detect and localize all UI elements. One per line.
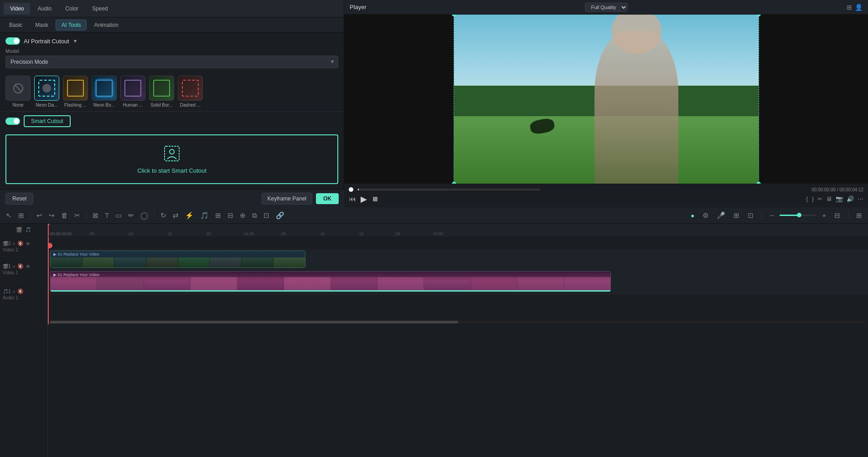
timeline-scrollbar-thumb[interactable] (50, 321, 458, 323)
video1-clip[interactable]: ▶ 01 Replace Your Video (50, 271, 611, 292)
transition-btn2[interactable]: ⊞ (731, 210, 742, 221)
resize-button[interactable]: ⊡ (261, 210, 272, 221)
bracket-right-icon[interactable]: } (812, 195, 814, 202)
bracket-left-icon[interactable]: { (806, 195, 808, 202)
subtitle-button[interactable]: ⊡ (745, 210, 756, 221)
duplicate-button[interactable]: ⊕ (238, 210, 248, 221)
speed-button[interactable]: ⚡ (183, 210, 196, 221)
crop-button[interactable]: ⊠ (90, 210, 101, 221)
svg-line-1 (15, 85, 21, 92)
zoom-slider[interactable] (780, 215, 816, 216)
track-labels: 🎬 🎵 🎬2 + 🔇 👁 Video 2 🎬1 (0, 224, 48, 457)
play-button[interactable]: ▶ (361, 194, 367, 204)
enable-icon[interactable]: ● (688, 211, 697, 221)
undo-button[interactable]: ↩ (34, 210, 45, 221)
redo-button[interactable]: ↪ (46, 210, 57, 221)
playhead-dot[interactable] (349, 187, 353, 192)
timeline-scrollbar-track[interactable] (50, 321, 866, 323)
track-video2[interactable]: ▶ 01 Replace Your Video (48, 249, 868, 270)
monitor-icon[interactable]: 🖥 (826, 195, 832, 202)
model-select[interactable]: Precision Mode Standard Mode (5, 56, 338, 68)
settings-tool[interactable]: ⚙ (700, 210, 711, 221)
rect-button[interactable]: ▭ (113, 210, 124, 221)
select-tool[interactable]: ↖ (4, 210, 14, 221)
audio1-num: 🎵1 (3, 289, 11, 294)
ruler-mark-6: :05 (280, 231, 286, 236)
tab-audio[interactable]: Audio (31, 3, 58, 15)
effect-none[interactable]: None (5, 76, 31, 108)
voice-button[interactable]: 🎤 (714, 210, 728, 221)
volume-icon[interactable]: 🔊 (847, 195, 854, 202)
tab-mask[interactable]: Mask (30, 20, 54, 30)
track-audio1[interactable] (48, 295, 868, 320)
reset-button[interactable]: Reset (5, 193, 33, 205)
audio-button[interactable]: 🎵 (198, 210, 211, 221)
smart-cutout-area[interactable]: Click to start Smart Cutout (5, 134, 338, 184)
fullscreen-icon[interactable]: ⊞ (847, 4, 852, 11)
video2-mute-icon[interactable]: 🔇 (17, 241, 24, 246)
tab-animation[interactable]: Animation (88, 20, 124, 30)
effect-flashing[interactable]: Flashing ... (63, 76, 88, 108)
tab-basic[interactable]: Basic (4, 20, 28, 30)
track-add-audio[interactable]: 🎵 (25, 227, 31, 233)
effect-dashed[interactable]: Dashed ... (178, 76, 203, 108)
delete-button[interactable]: 🗑 (59, 210, 70, 221)
spacer-track (48, 236, 868, 249)
ai-portrait-toggle[interactable] (5, 37, 20, 45)
stop-button[interactable]: ⏹ (372, 195, 379, 203)
tab-speed[interactable]: Speed (86, 3, 114, 15)
zoom-thumb[interactable] (797, 213, 801, 217)
effect-neon-dash[interactable]: Neon Da... (34, 76, 59, 108)
smart-cutout-toggle[interactable] (5, 118, 20, 125)
handle-bottom-right[interactable] (756, 182, 761, 184)
zoom-in-button[interactable]: + (820, 210, 828, 221)
settings-icon[interactable]: 👤 (855, 4, 863, 11)
text-button[interactable]: T (103, 210, 111, 221)
audio1-mute-icon[interactable]: 🔇 (17, 288, 24, 294)
tab-ai-tools[interactable]: AI Tools (56, 20, 87, 31)
cut-button[interactable]: ✂ (72, 210, 83, 221)
circle-button[interactable]: ◯ (138, 210, 150, 221)
effect-thumb-solid-border (149, 76, 174, 101)
keyframe-panel-button[interactable]: Keyframe Panel (262, 193, 312, 205)
split-button[interactable]: ⊟ (225, 210, 236, 221)
skip-back-button[interactable]: ⏮ (349, 195, 356, 203)
tab-video[interactable]: Video (4, 3, 30, 15)
group-button[interactable]: ⧉ (250, 210, 259, 221)
freehand-button[interactable]: ✏ (126, 210, 136, 221)
track-add-video[interactable]: 🎬 (16, 227, 22, 233)
audio1-add-icon[interactable]: + (13, 289, 16, 294)
grid-view-button[interactable]: ⊞ (854, 210, 864, 221)
zoom-out-button[interactable]: − (767, 210, 776, 221)
quality-select[interactable]: Full Quality 1/2 Quality 1/4 Quality (585, 3, 628, 12)
model-label: Model (5, 48, 338, 54)
seekbar[interactable] (358, 189, 540, 190)
effect-human[interactable]: Human ... (120, 76, 145, 108)
video2-label-text: Video 2 (3, 247, 45, 252)
flip-button[interactable]: ⇄ (170, 210, 181, 221)
multi-tool[interactable]: ⊞ (16, 210, 26, 221)
video2-add-icon[interactable]: + (13, 241, 16, 246)
effect-neon-border[interactable]: Neon Bo... (92, 76, 117, 108)
transition-button[interactable]: ⊞ (213, 210, 223, 221)
track-video1[interactable]: ▶ 01 Replace Your Video (48, 270, 868, 295)
effect-solid-border[interactable]: Solid Bor... (149, 76, 174, 108)
audio1-label-row: 🎵1 + 🔇 (3, 288, 45, 294)
rotate-button[interactable]: ↻ (158, 210, 169, 221)
video1-mute-icon[interactable]: 🔇 (17, 263, 24, 269)
video1-eye-icon[interactable]: 👁 (26, 264, 31, 269)
ok-button[interactable]: OK (316, 193, 339, 204)
handle-bottom-left[interactable] (452, 182, 456, 184)
video2-clip[interactable]: ▶ 01 Replace Your Video (50, 251, 305, 268)
tab-color[interactable]: Color (59, 3, 85, 15)
tracks-scroll-area[interactable]: 00:00:00:00 :05 :10 :15 :20 01:00 :05 :1… (48, 224, 868, 457)
video1-add-icon[interactable]: + (13, 264, 16, 269)
smart-cutout-button[interactable]: Smart Cutout (24, 115, 71, 127)
more-icon[interactable]: ⋯ (858, 195, 863, 202)
fit-button[interactable]: ⊟ (832, 210, 842, 221)
camera-icon[interactable]: 📷 (836, 195, 843, 202)
trim-icon[interactable]: ✂ (817, 195, 822, 202)
ai-portrait-arrow[interactable]: ▾ (74, 38, 77, 44)
link-button[interactable]: 🔗 (274, 210, 287, 221)
video2-eye-icon[interactable]: 👁 (26, 241, 31, 246)
